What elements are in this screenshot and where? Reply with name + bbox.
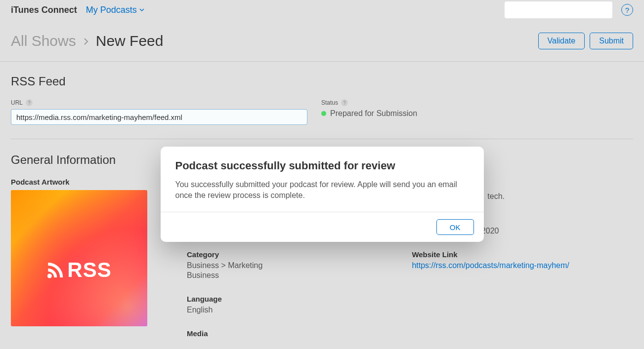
modal-title: Podcast successfully submitted for revie… — [175, 159, 469, 172]
status-dot-icon — [321, 111, 326, 116]
ok-button[interactable]: OK — [436, 219, 474, 235]
artwork-label: Podcast Artwork — [11, 178, 173, 186]
help-icon[interactable]: ? — [621, 4, 633, 16]
rss-logo: RSS — [46, 258, 111, 282]
category-value: Business > Marketing Business — [187, 261, 392, 281]
breadcrumb-current: New Feed — [96, 33, 164, 49]
status-value: Prepared for Submission — [330, 109, 417, 118]
success-modal: Podcast successfully submitted for revie… — [161, 147, 484, 242]
category-label: Category — [187, 250, 392, 259]
submit-button[interactable]: Submit — [590, 33, 633, 49]
status-label: Status ? — [321, 99, 633, 106]
help-icon[interactable]: ? — [26, 99, 33, 106]
rss-icon — [46, 261, 64, 279]
user-account-box[interactable] — [505, 1, 612, 18]
subheader: All Shows New Feed Validate Submit — [0, 20, 644, 62]
chevron-down-icon — [139, 7, 145, 13]
rss-url-input[interactable] — [11, 109, 307, 125]
url-label: URL ? — [11, 99, 307, 106]
website-label: Website Link — [412, 250, 617, 259]
app-title: iTunes Connect — [11, 5, 77, 15]
chevron-right-icon — [83, 33, 89, 49]
validate-button[interactable]: Validate — [538, 33, 585, 49]
svg-point-0 — [47, 274, 52, 278]
topbar: iTunes Connect My Podcasts ? — [0, 0, 644, 20]
my-podcasts-dropdown[interactable]: My Podcasts — [86, 5, 145, 15]
nav-label: My Podcasts — [86, 5, 137, 15]
podcast-artwork: RSS — [11, 190, 147, 326]
modal-body-text: You successfully submitted your podcast … — [175, 179, 469, 201]
language-label: Language — [187, 295, 392, 303]
breadcrumb-all-shows[interactable]: All Shows — [11, 33, 76, 49]
description-partial: tech. — [487, 192, 505, 200]
website-link[interactable]: https://rss.com/podcasts/marketing-mayhe… — [412, 261, 617, 271]
divider — [11, 139, 633, 139]
help-icon[interactable]: ? — [341, 99, 348, 106]
language-value: English — [187, 305, 392, 315]
rss-feed-title: RSS Feed — [11, 75, 633, 88]
breadcrumb: All Shows New Feed — [11, 33, 163, 49]
media-label: Media — [187, 329, 392, 338]
